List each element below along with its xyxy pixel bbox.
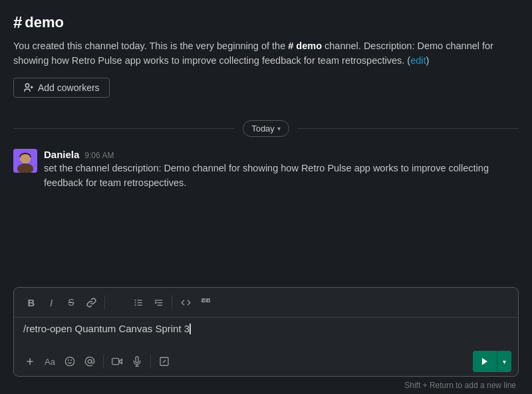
send-button[interactable] [473, 351, 497, 372]
description-bold-channel: # demo [288, 41, 322, 51]
composer-bottom-right: ▾ [473, 351, 511, 372]
chevron-down-icon: ▾ [277, 125, 281, 132]
mic-icon [132, 356, 142, 367]
svg-rect-30 [112, 358, 119, 364]
divider-line-left [13, 128, 235, 129]
svg-point-17 [134, 302, 136, 303]
composer-toolbar: B I S 1 2 3 [14, 288, 518, 318]
svg-point-6 [21, 153, 30, 163]
ordered-list-button[interactable]: 1 2 3 [109, 293, 128, 312]
send-icon [480, 357, 489, 366]
sender-name: Daniela [44, 149, 79, 160]
italic-icon: I [50, 297, 53, 308]
shortcut-hint: Shift + Return to add a new line [13, 379, 519, 394]
indent-button[interactable] [149, 293, 168, 312]
avatar [13, 149, 37, 173]
person-add-icon [23, 82, 34, 93]
today-badge[interactable]: Today ▾ [243, 120, 289, 137]
plus-icon [25, 356, 35, 367]
indent-icon [154, 298, 164, 308]
slash-button[interactable] [155, 352, 174, 371]
toolbar-divider-bottom-2 [150, 355, 151, 368]
send-dropdown-icon: ▾ [503, 358, 506, 365]
mention-icon [84, 356, 95, 367]
strikethrough-button[interactable]: S [62, 293, 80, 312]
toolbar-divider-2 [172, 296, 172, 309]
svg-point-0 [25, 84, 29, 87]
format-label: Aa [45, 357, 55, 367]
toolbar-divider-bottom-1 [103, 355, 104, 368]
strike-icon: S [68, 297, 74, 308]
quote-button[interactable] [196, 293, 215, 312]
code-button[interactable] [176, 293, 195, 312]
message-body: Daniela 9:06 AM set the channel descript… [44, 149, 519, 191]
message-row: Daniela 9:06 AM set the channel descript… [13, 148, 519, 196]
composer-bottom-bar: Aa Aa [14, 347, 518, 376]
emoji-icon [65, 356, 75, 367]
mic-button[interactable] [128, 352, 146, 371]
svg-line-34 [163, 360, 166, 363]
mention-button[interactable] [80, 352, 99, 371]
unordered-list-button[interactable] [129, 293, 148, 312]
svg-marker-29 [119, 359, 122, 364]
message-meta: Daniela 9:06 AM [44, 149, 519, 160]
text-cursor [190, 324, 191, 334]
link-icon [86, 298, 96, 308]
slash-icon [159, 356, 170, 367]
link-button[interactable] [82, 293, 100, 312]
message-text: set the channel description: Demo channe… [44, 161, 519, 191]
add-coworkers-button[interactable]: Add coworkers [13, 78, 110, 98]
message-timestamp: 9:06 AM [84, 151, 114, 160]
channel-title: # demo [13, 13, 519, 32]
emoji-button[interactable] [61, 352, 79, 371]
svg-point-18 [134, 304, 136, 306]
video-button[interactable] [108, 352, 126, 371]
messages-area: Daniela 9:06 AM set the channel descript… [13, 148, 519, 282]
composer-bottom-left: Aa Aa [21, 352, 471, 371]
channel-header: # demo You created this channel today. T… [13, 13, 519, 111]
channel-name: demo [25, 14, 64, 31]
svg-marker-35 [482, 358, 487, 365]
today-label: Today [251, 124, 275, 134]
composer-input[interactable]: /retro-open Quantum Canvas Sprint 3 [14, 318, 518, 347]
unordered-list-icon [134, 298, 144, 308]
svg-point-28 [88, 359, 91, 363]
composer: B I S 1 2 3 [13, 287, 519, 377]
composer-text: /retro-open Quantum Canvas Sprint 3 [23, 323, 190, 334]
toolbar-divider-1 [104, 296, 105, 309]
code-icon [181, 298, 191, 308]
svg-point-16 [134, 299, 136, 300]
svg-point-25 [65, 357, 74, 365]
italic-button[interactable]: I [42, 293, 61, 312]
bold-button[interactable]: B [22, 293, 41, 312]
channel-description: You created this channel today. This is … [13, 39, 519, 68]
quote-icon [201, 298, 211, 308]
hash-icon: # [13, 13, 22, 32]
add-coworkers-label: Add coworkers [38, 82, 100, 93]
add-button[interactable] [21, 352, 39, 371]
date-divider: Today ▾ [13, 120, 519, 137]
video-icon [112, 356, 122, 367]
divider-line-right [297, 128, 519, 129]
description-suffix-after-edit: ) [426, 55, 430, 66]
description-prefix: You created this channel today. This is … [13, 41, 288, 51]
send-dropdown-button[interactable]: ▾ [497, 351, 511, 372]
edit-link[interactable]: edit [410, 55, 426, 66]
format-button[interactable]: Aa Aa [41, 352, 59, 371]
